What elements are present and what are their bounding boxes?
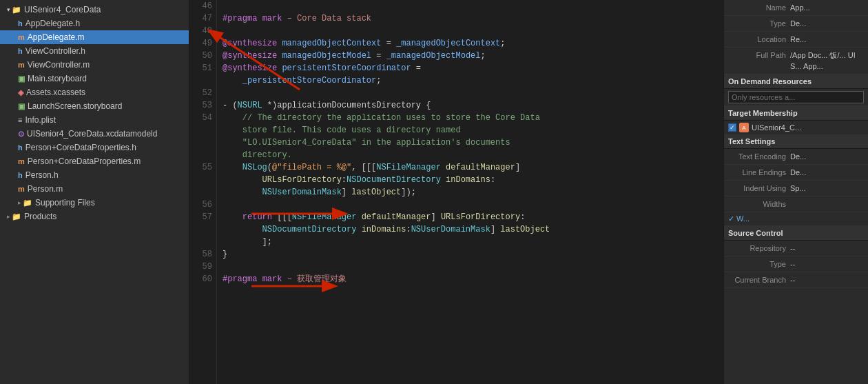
- inspector-row: Full Path/App Doc... 饭/... UIS... App...: [724, 48, 868, 74]
- inspector-label: Location: [728, 34, 790, 45]
- inspector-value: Sp...: [790, 183, 864, 194]
- line-number: 58: [189, 248, 212, 261]
- file-item-SupportingFiles[interactable]: ▸📁Supporting Files: [0, 196, 189, 210]
- code-line: - (NSURL *)applicationDocumentsDirectory…: [223, 99, 718, 112]
- inspector-checkbox-row[interactable]: ✓ W...: [724, 212, 868, 226]
- inspector-row: Current Branch--: [724, 272, 868, 288]
- line-number: 59: [189, 261, 212, 273]
- inspector-row: TypeDe...: [724, 16, 868, 32]
- code-line: @synthesize persistentStoreCoordinator =: [223, 62, 718, 74]
- line-number: 55: [189, 161, 212, 174]
- code-line: directory.: [223, 149, 718, 161]
- code-line: return [[[NSFileManager defaultManager] …: [223, 211, 718, 223]
- file-item-PersonCoreDataProperties-m[interactable]: mPerson+CoreDataProperties.m: [0, 154, 189, 168]
- inspector-value: --: [790, 259, 864, 270]
- file-item-Products[interactable]: ▸📁Products: [0, 210, 189, 223]
- code-line: [223, 0, 718, 12]
- line-number: [189, 174, 212, 186]
- line-number: [189, 137, 212, 149]
- line-number: 52: [189, 87, 212, 99]
- file-item-Assets-xcassets[interactable]: ◈Assets.xcassets: [0, 85, 189, 99]
- line-number: 56: [189, 199, 212, 211]
- file-item-Main-storyboard[interactable]: ▣Main.storyboard: [0, 72, 189, 85]
- inspector-label: Text Encoding: [728, 151, 790, 162]
- line-number: 54: [189, 112, 212, 124]
- code-line: "LO.UISenior4_CoreData" in the applicati…: [223, 137, 718, 149]
- inspector-value: De...: [790, 167, 864, 178]
- code-editor: 464748495051525354555657585960 #pragma m…: [189, 0, 723, 384]
- membership-checkbox[interactable]: ✓: [728, 123, 736, 132]
- inspector-row: Type--: [724, 256, 868, 272]
- inspector-label: Current Branch: [728, 274, 790, 285]
- checkbox-label: ✓ W...: [728, 214, 750, 223]
- inspector-label: Type: [728, 18, 790, 29]
- membership-label: UISenior4_C...: [752, 123, 801, 132]
- code-line: [223, 261, 718, 273]
- inspector-row: Line EndingsDe...: [724, 165, 868, 181]
- code-line: #pragma mark – 获取管理对象: [223, 273, 718, 285]
- file-item-Person-h[interactable]: hPerson.h: [0, 168, 189, 182]
- inspector-value: --: [790, 274, 864, 285]
- target-membership-row[interactable]: ✓ A UISenior4_C...: [724, 121, 868, 134]
- inspector-row: Text EncodingDe...: [724, 149, 868, 165]
- target-icon: A: [739, 123, 749, 132]
- file-item-AppDelegate-m[interactable]: mAppDelegate.m: [0, 30, 189, 44]
- line-number: [189, 186, 212, 199]
- inspector-label: Widths: [728, 199, 790, 210]
- file-item-xcdatamodel[interactable]: ⊙UISenior4_CoreData.xcdatamodeld: [0, 127, 189, 141]
- inspector-value: De...: [790, 151, 864, 162]
- inspector-row: NameApp...: [724, 0, 868, 16]
- code-area[interactable]: #pragma mark – Core Data stack @synthesi…: [217, 0, 723, 384]
- code-line: [223, 25, 718, 37]
- inspector-value: --: [790, 243, 864, 254]
- code-line: // The directory the application uses to…: [223, 112, 718, 124]
- file-navigator: ▾📁UISenior4_CoreDatahAppDelegate.hmAppDe…: [0, 0, 189, 384]
- line-number: 50: [189, 50, 212, 62]
- line-numbers: 464748495051525354555657585960: [189, 0, 217, 384]
- line-number: 51: [189, 62, 212, 74]
- inspector-value: De...: [790, 18, 864, 29]
- file-item-Info-plist[interactable]: ≡Info.plist: [0, 113, 189, 127]
- code-line: ];: [223, 236, 718, 248]
- code-line: NSUserDomainMask] lastObject]);: [223, 186, 718, 199]
- file-item-Person-m[interactable]: mPerson.m: [0, 182, 189, 196]
- file-item-ViewController-h[interactable]: hViewController.h: [0, 44, 189, 58]
- line-number: [189, 74, 212, 87]
- file-item-LaunchScreen-storyboard[interactable]: ▣LaunchScreen.storyboard: [0, 99, 189, 113]
- inspector-input-row[interactable]: [724, 89, 868, 106]
- inspector-label: Full Path: [728, 50, 790, 61]
- line-number: [189, 236, 212, 248]
- inspector-label: Line Endings: [728, 167, 790, 178]
- inspector-value: App...: [790, 2, 864, 13]
- file-item-AppDelegate-h[interactable]: hAppDelegate.h: [0, 17, 189, 30]
- inspector-label: Type: [728, 259, 790, 270]
- inspector-value: Re...: [790, 34, 864, 45]
- inspector-label: Indent Using: [728, 183, 790, 194]
- code-line: @synthesize managedObjectModel = _manage…: [223, 50, 718, 62]
- inspector-section-header: Source Control: [724, 226, 868, 241]
- line-number: [189, 223, 212, 236]
- line-number: 46: [189, 0, 212, 12]
- inspector-row: Widths: [724, 196, 868, 212]
- line-number: 60: [189, 273, 212, 285]
- inspector-section-header: On Demand Resources: [724, 74, 868, 89]
- inspector-row: Repository--: [724, 241, 868, 256]
- code-line: NSDocumentDirectory inDomains:NSUserDoma…: [223, 223, 718, 236]
- file-item-ViewController-m[interactable]: mViewController.m: [0, 58, 189, 72]
- file-item-PersonCoreDataProperties-h[interactable]: hPerson+CoreDataProperties.h: [0, 141, 189, 154]
- code-line: [223, 199, 718, 211]
- inspector-section-header: Text Settings: [724, 134, 868, 149]
- line-number: 57: [189, 211, 212, 223]
- inspector-value: /App Doc... 饭/... UIS... App...: [790, 50, 864, 72]
- file-item-root-folder[interactable]: ▾📁UISenior4_CoreData: [0, 3, 189, 17]
- line-number: 47: [189, 12, 212, 25]
- inspector-panel: NameApp...TypeDe...LocationRe...Full Pat…: [723, 0, 868, 384]
- code-line: store file. This code uses a directory n…: [223, 124, 718, 137]
- code-line: @synthesize managedObjectContext = _mana…: [223, 37, 718, 50]
- code-line: _persistentStoreCoordinator;: [223, 74, 718, 87]
- code-line: #pragma mark – Core Data stack: [223, 12, 718, 25]
- line-number: 49: [189, 37, 212, 50]
- inspector-section-header: Target Membership: [724, 106, 868, 121]
- line-number: [189, 124, 212, 137]
- on-demand-resources-input[interactable]: [728, 91, 864, 103]
